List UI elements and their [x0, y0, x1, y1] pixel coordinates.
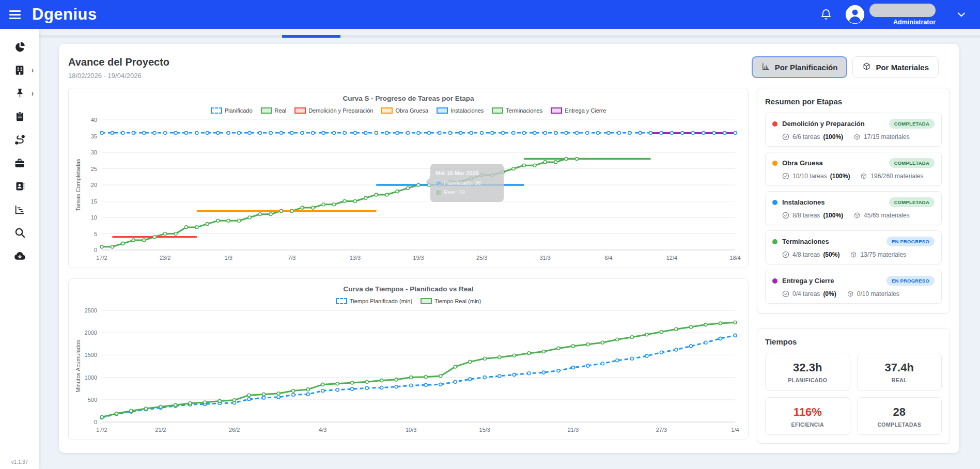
legend-swatch	[551, 107, 562, 114]
svg-text:6/4: 6/4	[604, 255, 612, 261]
stage-color-dot	[772, 121, 777, 127]
chevron-down-icon[interactable]	[956, 9, 967, 20]
svg-text:30: 30	[91, 149, 97, 155]
svg-text:0: 0	[94, 419, 97, 425]
stage-color-dot	[772, 200, 777, 205]
hamburger-menu-icon[interactable]	[9, 10, 21, 19]
svg-text:Tareas Completadas: Tareas Completadas	[75, 159, 81, 211]
stage-tasks: 0/4 tareas	[792, 290, 820, 298]
svg-text:1/3: 1/3	[225, 255, 232, 261]
sidebar-item[interactable]: ›	[0, 198, 39, 221]
clipboard-icon	[14, 111, 25, 122]
tooltip-planned: Planificado: 36	[444, 178, 481, 188]
legend-label: Planificado	[225, 107, 253, 114]
user-menu[interactable]: Administrator	[846, 4, 936, 26]
svg-text:20: 20	[91, 182, 97, 188]
notifications-bell-icon[interactable]	[820, 8, 832, 21]
sidebar-item[interactable]: ›	[0, 221, 39, 244]
legend-item[interactable]: Demolición y Preparación	[294, 107, 373, 114]
app-logo[interactable]: Dgenius	[32, 5, 97, 24]
curva-s-title: Curva S - Progreso de Tareas por Etapa	[73, 95, 744, 102]
cube-icon	[862, 62, 871, 72]
stage-name: Entrega y Cierre	[782, 277, 882, 285]
chevron-right-icon: ›	[32, 88, 34, 98]
sidebar-item[interactable]: ›	[0, 175, 39, 198]
legend-item[interactable]: Obra Gruesa	[381, 107, 428, 114]
legend-label: Terminaciones	[506, 107, 542, 114]
svg-text:2000: 2000	[85, 330, 97, 336]
por-planificacion-button[interactable]: Por Planificación	[752, 56, 848, 78]
sidebar-item[interactable]: ›	[0, 151, 39, 175]
sidebar-item[interactable]: ›	[0, 128, 39, 151]
pie-chart-icon	[14, 41, 26, 53]
svg-text:1/4: 1/4	[731, 427, 739, 433]
legend-item[interactable]: Entrega y Cierre	[551, 107, 606, 114]
svg-text:1000: 1000	[85, 374, 97, 381]
horizontal-scrollbar-thumb[interactable]	[282, 35, 340, 38]
stage-status-badge: COMPLETADA	[889, 158, 935, 168]
svg-text:0: 0	[94, 247, 97, 253]
svg-text:Minutos Acumulados: Minutos Acumulados	[75, 340, 81, 393]
sidebar-item[interactable]: ›	[0, 244, 39, 268]
stage-status-badge: COMPLETADA	[889, 119, 935, 129]
sidebar: › › › › › › › › › › v1.1.37	[0, 29, 39, 469]
stage-card: Terminaciones EN PROGRESO 4/8 tareas (50…	[765, 230, 942, 264]
sidebar-item[interactable]: ›	[0, 35, 39, 58]
svg-text:10/3: 10/3	[406, 427, 416, 433]
check-circle-icon	[782, 251, 789, 258]
curva-tiempos-chart-card: Curva de Tiempos - Planificado vs Real T…	[68, 278, 749, 440]
stage-tasks-pct: (50%)	[823, 251, 839, 258]
svg-text:25: 25	[91, 166, 97, 172]
legend-label: Tiempo Planificado (min)	[350, 298, 412, 304]
stage-tasks-pct: (0%)	[823, 290, 836, 298]
svg-text:35: 35	[91, 133, 97, 139]
legend-item[interactable]: Tiempo Planificado (min)	[336, 298, 412, 304]
date-range: 18/02/2026 - 19/04/2026	[68, 72, 169, 80]
user-name-redacted	[869, 4, 936, 17]
stage-status-badge: EN PROGRESO	[886, 237, 935, 246]
legend-item[interactable]: Real	[261, 107, 287, 114]
legend-item[interactable]: Terminaciones	[492, 107, 542, 114]
stat-label: EFICIENCIA	[769, 421, 847, 428]
building-icon	[14, 65, 25, 76]
cloud-download-icon	[13, 249, 26, 262]
svg-text:5: 5	[94, 231, 97, 237]
sidebar-item[interactable]: ›	[0, 82, 39, 105]
legend-item[interactable]: Tiempo Real (min)	[421, 298, 481, 304]
chart-tooltip: Mié 18 Mar 2026 Planificado: 36 Real: 19	[430, 164, 504, 202]
stage-tasks: 8/8 tareas	[792, 212, 820, 219]
check-circle-icon	[782, 290, 789, 298]
gantt-chart-icon	[14, 204, 25, 215]
user-role: Administrator	[893, 19, 936, 26]
materials-cube-icon	[847, 290, 854, 298]
legend-item[interactable]: Instalaciones	[437, 107, 484, 114]
svg-text:10: 10	[91, 214, 97, 221]
bar-chart-icon	[761, 62, 770, 72]
por-materiales-button[interactable]: Por Materiales	[852, 56, 939, 78]
search-icon	[14, 227, 26, 239]
tiempos-title: Tiempos	[765, 337, 942, 346]
svg-text:4/3: 4/3	[319, 427, 326, 433]
stage-card: Obra Gruesa COMPLETADA 10/10 tareas (100…	[765, 152, 942, 186]
legend-swatch	[492, 107, 503, 114]
project-progress-card: Avance del Proyecto 18/02/2026 - 19/04/2…	[59, 44, 959, 453]
legend-swatch	[381, 107, 393, 114]
svg-text:27/3: 27/3	[656, 427, 667, 433]
main-area: Avance del Proyecto 18/02/2026 - 19/04/2…	[39, 29, 980, 469]
legend-label: Real	[275, 107, 287, 114]
sidebar-item[interactable]: ›	[0, 58, 39, 82]
svg-text:25/3: 25/3	[476, 255, 487, 261]
legend-label: Tiempo Real (min)	[434, 298, 481, 304]
legend-swatch	[421, 298, 432, 304]
stage-card: Entrega y Cierre EN PROGRESO 0/4 tareas …	[765, 270, 942, 304]
check-circle-icon	[782, 133, 789, 140]
sidebar-item[interactable]: ›	[0, 105, 39, 128]
svg-text:13/3: 13/3	[350, 255, 361, 261]
legend-item[interactable]: Planificado	[211, 107, 253, 114]
materials-cube-icon	[853, 133, 861, 140]
avatar	[846, 5, 864, 24]
svg-text:2500: 2500	[85, 307, 97, 314]
svg-text:31/3: 31/3	[539, 255, 550, 261]
stage-card: Instalaciones COMPLETADA 8/8 tareas (100…	[765, 191, 942, 225]
legend-label: Obra Gruesa	[395, 107, 428, 114]
